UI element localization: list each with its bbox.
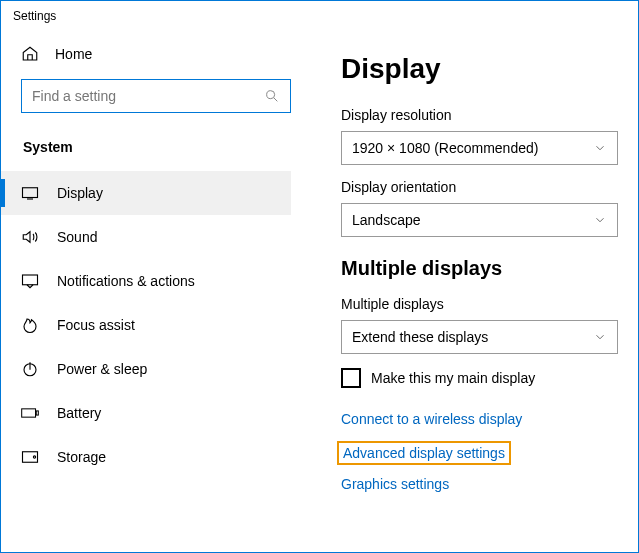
home-button[interactable]: Home (21, 45, 291, 63)
search-input[interactable] (32, 88, 264, 104)
chevron-down-icon (593, 141, 607, 155)
home-label: Home (55, 46, 92, 62)
multiple-displays-value: Extend these displays (352, 329, 488, 345)
sidebar: Home System Display Sound (1, 23, 311, 550)
chevron-down-icon (593, 213, 607, 227)
sound-icon (21, 229, 39, 245)
orientation-value: Landscape (352, 212, 421, 228)
nav-list: Display Sound Notifications & actions Fo… (1, 171, 291, 479)
link-graphics-settings[interactable]: Graphics settings (341, 476, 449, 492)
orientation-label: Display orientation (341, 179, 618, 195)
svg-point-0 (267, 91, 275, 99)
nav-item-power-sleep[interactable]: Power & sleep (1, 347, 291, 391)
window-title: Settings (1, 1, 638, 23)
link-connect-wireless[interactable]: Connect to a wireless display (341, 411, 522, 427)
nav-item-focus-assist[interactable]: Focus assist (1, 303, 291, 347)
storage-icon (21, 450, 39, 464)
nav-label: Display (57, 185, 103, 201)
svg-rect-2 (23, 275, 38, 285)
multiple-displays-label: Multiple displays (341, 296, 618, 312)
nav-label: Focus assist (57, 317, 135, 333)
search-box[interactable] (21, 79, 291, 113)
content: Home System Display Sound (1, 23, 638, 550)
nav-label: Sound (57, 229, 97, 245)
orientation-select[interactable]: Landscape (341, 203, 618, 237)
resolution-select[interactable]: 1920 × 1080 (Recommended) (341, 131, 618, 165)
chevron-down-icon (593, 330, 607, 344)
power-icon (21, 360, 39, 378)
nav-label: Notifications & actions (57, 273, 195, 289)
svg-rect-5 (36, 411, 38, 415)
nav-item-storage[interactable]: Storage (1, 435, 291, 479)
main-panel: Display Display resolution 1920 × 1080 (… (311, 23, 638, 550)
checkbox-box (341, 368, 361, 388)
category-heading: System (21, 139, 291, 155)
multiple-displays-heading: Multiple displays (341, 257, 618, 280)
display-icon (21, 186, 39, 200)
focus-assist-icon (21, 316, 39, 334)
resolution-label: Display resolution (341, 107, 618, 123)
nav-item-sound[interactable]: Sound (1, 215, 291, 259)
notifications-icon (21, 273, 39, 289)
svg-rect-1 (23, 188, 38, 198)
nav-label: Storage (57, 449, 106, 465)
page-title: Display (341, 53, 618, 85)
battery-icon (21, 407, 39, 419)
nav-item-notifications[interactable]: Notifications & actions (1, 259, 291, 303)
home-icon (21, 45, 39, 63)
nav-label: Battery (57, 405, 101, 421)
svg-point-7 (33, 456, 35, 458)
nav-item-display[interactable]: Display (1, 171, 291, 215)
multiple-displays-select[interactable]: Extend these displays (341, 320, 618, 354)
svg-rect-4 (22, 409, 36, 417)
nav-label: Power & sleep (57, 361, 147, 377)
resolution-value: 1920 × 1080 (Recommended) (352, 140, 538, 156)
main-display-checkbox[interactable]: Make this my main display (341, 368, 618, 388)
search-icon (264, 88, 280, 104)
checkbox-label: Make this my main display (371, 370, 535, 386)
nav-item-battery[interactable]: Battery (1, 391, 291, 435)
link-advanced-display[interactable]: Advanced display settings (337, 441, 511, 465)
